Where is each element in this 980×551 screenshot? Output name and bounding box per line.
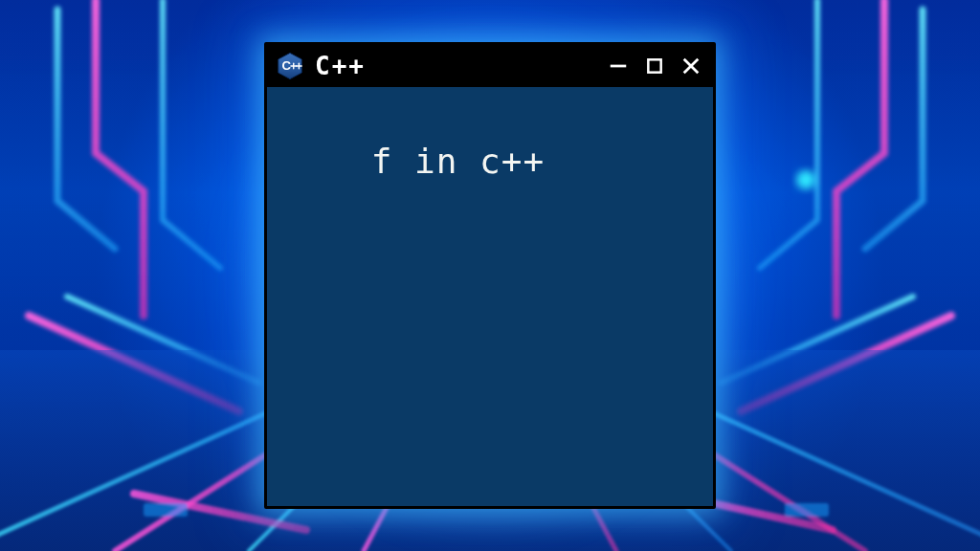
cpp-hex-icon: C [275, 51, 305, 81]
terminal-content[interactable]: f in c++ [267, 87, 713, 506]
svg-rect-2 [144, 503, 188, 517]
minimize-button[interactable] [606, 54, 631, 78]
terminal-window: C C++ [264, 42, 716, 509]
maximize-button[interactable] [642, 54, 667, 78]
svg-rect-10 [648, 59, 660, 72]
titlebar[interactable]: C C++ [267, 45, 713, 87]
svg-text:C: C [282, 58, 292, 73]
window-title: C++ [315, 52, 366, 80]
svg-rect-1 [785, 503, 829, 517]
svg-point-0 [796, 170, 815, 189]
terminal-text: f in c++ [371, 142, 545, 181]
close-button[interactable] [679, 54, 703, 78]
window-controls [606, 54, 703, 78]
